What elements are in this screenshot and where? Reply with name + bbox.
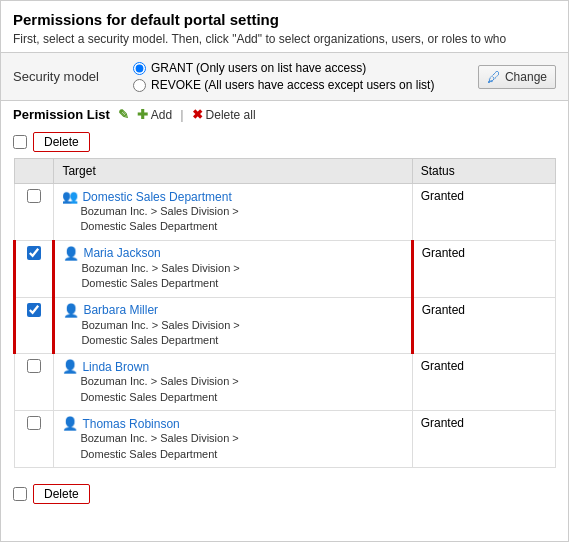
page-title: Permissions for default portal setting [13,11,556,28]
group-icon: 👥 [62,189,78,204]
header-target-col: Target [54,159,412,184]
row-checkbox[interactable] [27,416,41,430]
row-checkbox-cell [15,297,54,354]
page-description: First, select a security model. Then, cl… [13,32,556,46]
header-status-col: Status [412,159,555,184]
delete-button-bottom[interactable]: Delete [33,484,90,504]
delete-button-top[interactable]: Delete [33,132,90,152]
row-status-cell: Granted [412,297,555,354]
delete-all-icon: ✖ [192,107,203,122]
row-status-cell: Granted [412,184,555,241]
row-target-name[interactable]: 👤Maria Jackson [63,246,402,261]
row-checkbox[interactable] [27,189,41,203]
row-checkbox[interactable] [27,303,41,317]
user-icon: 👤 [62,416,78,431]
row-target-name[interactable]: 👥Domestic Sales Department [62,189,403,204]
table-header-row: Target Status [15,159,556,184]
header-checkbox-col [15,159,54,184]
user-icon: 👤 [62,359,78,374]
row-checkbox[interactable] [27,359,41,373]
row-checkbox-cell [15,411,54,468]
row-path-text: Bozuman Inc. > Sales Division >Domestic … [62,204,403,235]
table-row: 👥Domestic Sales DepartmentBozuman Inc. >… [15,184,556,241]
row-target-name[interactable]: 👤Linda Brown [62,359,403,374]
select-all-checkbox-top[interactable] [13,135,27,149]
row-path-text: Bozuman Inc. > Sales Division >Domestic … [63,318,402,349]
add-link[interactable]: ✚ Add [137,107,172,122]
security-model-row: Security model GRANT (Only users on list… [1,53,568,101]
user-icon: 👤 [63,303,79,318]
row-checkbox-cell [15,184,54,241]
security-options: GRANT (Only users on list have access) R… [133,61,468,92]
permission-list-title: Permission List [13,107,110,122]
revoke-radio[interactable] [133,79,146,92]
select-all-checkbox-bottom[interactable] [13,487,27,501]
grant-option[interactable]: GRANT (Only users on list have access) [133,61,468,75]
security-model-label: Security model [13,69,133,84]
row-status-cell: Granted [412,354,555,411]
delete-all-label: Delete all [206,108,256,122]
grant-option-label: GRANT (Only users on list have access) [151,61,366,75]
row-name-text: Barbara Miller [83,303,158,317]
row-target-cell: 👤Thomas RobinsonBozuman Inc. > Sales Div… [54,411,412,468]
revoke-option-label: REVOKE (All users have access except use… [151,78,434,92]
permissions-table: Target Status 👥Domestic Sales Department… [13,158,556,468]
row-target-name[interactable]: 👤Thomas Robinson [62,416,403,431]
row-name-text: Maria Jackson [83,246,160,260]
row-checkbox-cell [15,354,54,411]
revoke-option[interactable]: REVOKE (All users have access except use… [133,78,468,92]
table-row: 👤Linda BrownBozuman Inc. > Sales Divisio… [15,354,556,411]
row-path-text: Bozuman Inc. > Sales Division >Domestic … [63,261,402,292]
row-checkbox-cell [15,240,54,297]
permission-list-header: Permission List ✎ ✚ Add | ✖ Delete all [1,101,568,128]
row-path-text: Bozuman Inc. > Sales Division >Domestic … [62,431,403,462]
bottom-toolbar: Delete [1,480,568,512]
change-button[interactable]: 🖊 Change [478,65,556,89]
row-name-text: Thomas Robinson [82,417,179,431]
table-row: 👤Barbara MillerBozuman Inc. > Sales Divi… [15,297,556,354]
change-button-label: Change [505,70,547,84]
row-status-cell: Granted [412,411,555,468]
row-target-cell: 👤Maria JacksonBozuman Inc. > Sales Divis… [54,240,412,297]
delete-all-link[interactable]: ✖ Delete all [192,107,256,122]
header-section: Permissions for default portal setting F… [1,1,568,53]
row-checkbox[interactable] [27,246,41,260]
row-path-text: Bozuman Inc. > Sales Division >Domestic … [62,374,403,405]
table-container: Delete Target Status 👥Domestic Sales Dep… [1,128,568,480]
table-row: 👤Maria JacksonBozuman Inc. > Sales Divis… [15,240,556,297]
row-status-cell: Granted [412,240,555,297]
row-target-cell: 👤Barbara MillerBozuman Inc. > Sales Divi… [54,297,412,354]
top-toolbar: Delete [13,128,556,156]
row-target-cell: 👤Linda BrownBozuman Inc. > Sales Divisio… [54,354,412,411]
user-icon: 👤 [63,246,79,261]
edit-icon: ✎ [118,107,129,122]
add-icon: ✚ [137,107,148,122]
row-target-cell: 👥Domestic Sales DepartmentBozuman Inc. >… [54,184,412,241]
main-container: Permissions for default portal setting F… [0,0,569,542]
add-label: Add [151,108,172,122]
row-name-text: Linda Brown [82,360,149,374]
grant-radio[interactable] [133,62,146,75]
table-row: 👤Thomas RobinsonBozuman Inc. > Sales Div… [15,411,556,468]
row-target-name[interactable]: 👤Barbara Miller [63,303,402,318]
change-icon: 🖊 [487,69,501,85]
row-name-text: Domestic Sales Department [82,190,231,204]
